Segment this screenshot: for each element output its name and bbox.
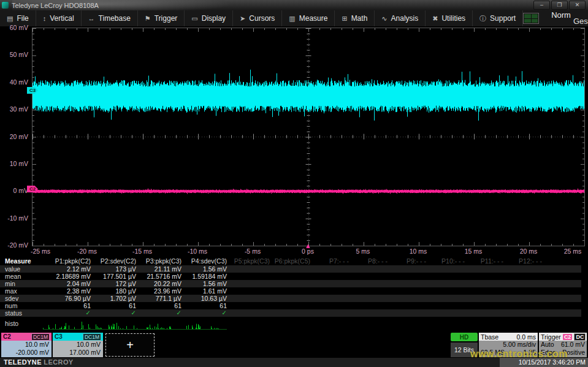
c3-offset: 17.000 mV (55, 349, 101, 357)
measure-param-header[interactable]: P4:sdev(C3) (185, 257, 231, 265)
trigger-coupling-badge: DC (574, 333, 586, 341)
tbase-label: Tbase (481, 333, 498, 341)
measure-cell: 76.90 µV (43, 295, 94, 302)
watermark: www.cntronics.com (470, 349, 568, 360)
channel-c2-box[interactable]: C2 DC1M 10.0 mV -20.000 mV (1, 333, 52, 357)
x-axis-label: -20 ms (77, 248, 97, 255)
menu-display[interactable]: ▭Display (185, 10, 233, 26)
utilities-icon: ✖ (432, 15, 438, 23)
measure-param-header[interactable]: P3:pkpk(C3) (140, 257, 185, 265)
menu-label: Cursors (249, 14, 275, 23)
add-trace-button[interactable]: + (105, 333, 155, 357)
c3-label: C3 (55, 333, 63, 340)
trigger-icon: ⚑ (145, 15, 151, 23)
menu-label: Display (202, 14, 226, 23)
gesture-label[interactable]: Gesture (573, 17, 588, 26)
measure-cell: 61 (43, 302, 94, 309)
menu-timebase[interactable]: ↔Timebase (82, 10, 138, 26)
brand-logo: TELEDYNE LECROY (4, 358, 74, 366)
measure-cell: 20.22 mV (140, 280, 185, 287)
measure-param-header[interactable]: P6:pkpk(C5) (273, 257, 314, 265)
x-axis-label: -10 ms (188, 248, 207, 255)
measure-param-header[interactable]: P10:- - - (430, 257, 468, 265)
math-icon: ⊞ (342, 15, 347, 23)
analysis-icon: ∿ (381, 15, 387, 23)
measure-param-header[interactable]: P5:pkpk(C3) (231, 257, 273, 265)
y-axis-label: -10 mV (7, 214, 28, 222)
c2-coupling-badge: DC1M (31, 333, 50, 341)
menu-label: Trigger (155, 14, 178, 23)
channel-c3-box[interactable]: C3 DC1M 10.0 mV 17.000 mV (53, 333, 103, 357)
timebase-icon: ↔ (88, 15, 95, 22)
window-title: Teledyne LeCroy HDO8108A (12, 2, 99, 9)
plot-region: 60 mV50 mV40 mV30 mV20 mV10 mV0 mV-10 mV… (0, 26, 588, 257)
measure-cell: 61 (94, 302, 140, 309)
measure-rows: MeasureP1:pkpk(C2)P2:sdev(C2)P3:pkpk(C3)… (0, 257, 588, 317)
measure-row-label: max (0, 287, 43, 295)
menu-label: Timebase (99, 14, 131, 23)
y-axis-label: 40 mV (10, 78, 28, 86)
menu-utilities[interactable]: ✖Utilities (426, 10, 473, 26)
waveform-grid[interactable]: C3 C2 ▲ (32, 28, 585, 246)
title-bar: Teledyne LeCroy HDO8108A – ❐ ✕ (0, 0, 588, 10)
minimize-button[interactable]: – (533, 1, 550, 10)
menu-vertical[interactable]: ↕Vertical (36, 10, 82, 26)
status-check-icon: ✓ (94, 309, 140, 317)
measure-icon: ▥ (289, 15, 295, 23)
measure-cell: 1.56 mV (185, 280, 231, 287)
tbase-per-div: 5.00 ms/div (503, 341, 536, 349)
measure-row-label: status (0, 309, 43, 317)
vertical-icon: ↕ (43, 15, 47, 22)
measure-cell: 173 µV (94, 265, 140, 273)
menu-measure[interactable]: ▥Measure (282, 10, 335, 26)
restore-button[interactable]: ❐ (551, 1, 568, 10)
measure-row-label: num (0, 302, 43, 309)
display-icon: ▭ (191, 15, 197, 23)
menu-trigger[interactable]: ⚑Trigger (138, 10, 185, 26)
measure-param-header[interactable]: P1:pkpk(C2) (43, 257, 94, 265)
measure-param-header[interactable]: P11:- - - (468, 257, 507, 265)
measure-param-header[interactable]: P12:- - - (507, 257, 546, 265)
menu-items: ▤File↕Vertical↔Timebase⚑Trigger▭Display➤… (0, 10, 523, 26)
trigger-level: 61.0 mV (561, 341, 585, 349)
status-check-icon: ✓ (185, 309, 231, 317)
y-axis-label: 50 mV (10, 51, 28, 58)
menu-label: Utilities (441, 14, 465, 23)
menu-analysis[interactable]: ∿Analysis (375, 10, 426, 26)
measure-cell: 771.1 µV (140, 295, 185, 302)
measure-param-header[interactable]: P7:- - - (314, 257, 353, 265)
plus-icon: + (126, 338, 134, 352)
x-axis-label: 15 ms (465, 248, 483, 255)
trigger-mode: Auto (541, 341, 554, 349)
c2-label: C2 (3, 333, 11, 340)
menu-math[interactable]: ⊞Math (335, 10, 375, 26)
y-axis-label: 60 mV (10, 24, 28, 31)
measure-param-header[interactable]: P2:sdev(C2) (94, 257, 140, 265)
brand-teledyne: TELEDYNE (4, 358, 42, 366)
status-check-icon: ✓ (43, 309, 94, 317)
measure-cell: 2.18689 mV (43, 273, 94, 280)
y-axis-label: 30 mV (10, 105, 28, 113)
y-axis-label: 20 mV (10, 133, 28, 140)
menu-label: Vertical (50, 14, 74, 23)
measure-cell: 2.04 mV (43, 280, 94, 287)
close-button[interactable]: ✕ (569, 1, 586, 10)
trigger-source-badge: C2 (563, 334, 573, 340)
menu-support[interactable]: ⓘSupport (473, 10, 523, 26)
measure-cell: 172 µV (94, 280, 140, 287)
measure-param-header[interactable]: P9:- - - (391, 257, 430, 265)
y-axis-label: -20 mV (7, 241, 28, 249)
measure-cell: 2.38 mV (43, 287, 94, 295)
grid-layout-button[interactable] (523, 13, 539, 24)
measure-table: MeasureP1:pkpk(C2)P2:sdev(C2)P3:pkpk(C3)… (0, 257, 588, 332)
trigger-position-icon[interactable]: ▲ (305, 242, 311, 249)
c2-offset: -20.000 mV (4, 349, 49, 357)
histogram-sparkline (43, 319, 227, 331)
norm-label[interactable]: Norm (551, 10, 571, 20)
menu-cursors[interactable]: ➤Cursors (233, 10, 282, 26)
menu-right-cluster: Norm Gesture Undo ↶ (523, 10, 588, 26)
menu-bar: ▤File↕Vertical↔Timebase⚑Trigger▭Display➤… (0, 10, 588, 27)
measure-param-header[interactable]: P8:- - - (353, 257, 391, 265)
measure-cell: 23.96 mV (140, 287, 185, 295)
x-axis-label: 5 ms (356, 248, 370, 255)
